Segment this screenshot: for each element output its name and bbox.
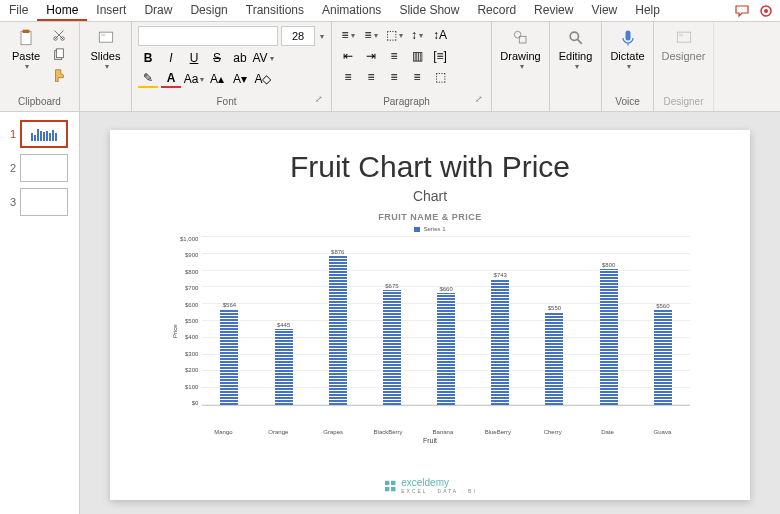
- bar-value-label: $800: [602, 262, 615, 268]
- chart-legend: Series 1: [140, 226, 720, 232]
- svg-rect-19: [391, 486, 395, 490]
- editing-button[interactable]: Editing ▾: [556, 26, 595, 73]
- font-family-input[interactable]: [138, 26, 278, 46]
- chevron-down-icon: ▾: [105, 62, 109, 71]
- menu-review[interactable]: Review: [525, 0, 582, 21]
- chevron-down-icon: ▾: [25, 62, 29, 71]
- align-right-button[interactable]: ≡: [384, 68, 404, 86]
- text-direction-button[interactable]: ↕A: [430, 26, 450, 44]
- slide-thumb-1[interactable]: 1: [4, 120, 75, 148]
- menu-file[interactable]: File: [0, 0, 37, 21]
- svg-rect-17: [391, 480, 395, 484]
- chart-bar: $445: [259, 322, 308, 405]
- format-painter-button[interactable]: [49, 66, 69, 84]
- chart-bar: $743: [476, 272, 525, 405]
- chart-bar: $550: [530, 305, 579, 406]
- underline-button[interactable]: U: [184, 49, 204, 67]
- decrease-indent-button[interactable]: ⇤: [338, 47, 358, 65]
- char-spacing-button[interactable]: AV▾: [253, 49, 273, 67]
- increase-indent-button[interactable]: ⇥: [361, 47, 381, 65]
- menu-view[interactable]: View: [582, 0, 626, 21]
- menu-help[interactable]: Help: [626, 0, 669, 21]
- svg-rect-3: [23, 30, 30, 33]
- editing-label: Editing: [559, 50, 593, 62]
- copy-button[interactable]: [49, 46, 69, 64]
- strike-button[interactable]: S: [207, 49, 227, 67]
- slide[interactable]: Fruit Chart with Price Chart FRUIT NAME …: [110, 130, 750, 500]
- dictate-label: Dictate: [610, 50, 644, 62]
- slide-canvas-area[interactable]: Fruit Chart with Price Chart FRUIT NAME …: [80, 112, 780, 514]
- menu-insert[interactable]: Insert: [87, 0, 135, 21]
- paragraph-group-label: Paragraph: [338, 94, 475, 107]
- slide-thumb-3[interactable]: 3: [4, 188, 75, 216]
- menu-home[interactable]: Home: [37, 0, 87, 21]
- increase-font-button[interactable]: A▴: [207, 70, 227, 88]
- menu-animations[interactable]: Animations: [313, 0, 390, 21]
- align-button[interactable]: ≡: [384, 47, 404, 65]
- clipboard-group-label: Clipboard: [6, 94, 73, 107]
- align-left-button[interactable]: ≡: [338, 68, 358, 86]
- x-tick-label: Cherry: [528, 429, 577, 435]
- decrease-font-button[interactable]: A▾: [230, 70, 250, 88]
- bar: [383, 290, 401, 405]
- italic-button[interactable]: I: [161, 49, 181, 67]
- designer-button[interactable]: Designer: [660, 26, 707, 64]
- bar-value-label: $445: [277, 322, 290, 328]
- smartart-button[interactable]: ⬚: [430, 68, 450, 86]
- chevron-down-icon: ▾: [520, 62, 524, 71]
- font-color-button[interactable]: A: [161, 70, 181, 88]
- y-axis: $1,000$900$800$700$600$500$400$300$200$1…: [180, 236, 202, 406]
- align-text-button[interactable]: [≡]: [430, 47, 450, 65]
- svg-point-1: [764, 9, 768, 13]
- designer-group-label: Designer: [660, 94, 707, 107]
- columns-button[interactable]: ▥: [407, 47, 427, 65]
- highlight-button[interactable]: ✎: [138, 70, 158, 88]
- svg-rect-7: [57, 49, 64, 58]
- bullets-button[interactable]: ≡▾: [338, 26, 358, 44]
- svg-point-12: [570, 32, 578, 40]
- chart-title: FRUIT NAME & PRICE: [140, 212, 720, 222]
- slides-button[interactable]: Slides ▾: [86, 26, 125, 73]
- numbering-button[interactable]: ≡▾: [361, 26, 381, 44]
- voice-group-label: Voice: [608, 94, 647, 107]
- menu-draw[interactable]: Draw: [135, 0, 181, 21]
- chevron-down-icon[interactable]: ▾: [320, 32, 324, 41]
- bar-value-label: $560: [656, 303, 669, 309]
- line-spacing-button[interactable]: ↕▾: [407, 26, 427, 44]
- shadow-button[interactable]: ab: [230, 49, 250, 67]
- chart-bar: $560: [638, 303, 687, 405]
- bar: [491, 279, 509, 405]
- align-center-button[interactable]: ≡: [361, 68, 381, 86]
- bar: [545, 312, 563, 406]
- bar: [600, 269, 618, 405]
- x-tick-label: BlueBerry: [473, 429, 522, 435]
- bar-value-label: $660: [439, 286, 452, 292]
- menu-slideshow[interactable]: Slide Show: [390, 0, 468, 21]
- chart-plot-area: $564$445$876$675$660$743$550$800$560: [202, 236, 690, 406]
- chart[interactable]: Price $1,000$900$800$700$600$500$400$300…: [140, 236, 720, 426]
- paste-button[interactable]: Paste ▾: [6, 26, 46, 73]
- paragraph-launcher-icon[interactable]: ⤢: [475, 94, 485, 107]
- change-case-button[interactable]: Aa▾: [184, 70, 204, 88]
- paste-label: Paste: [12, 50, 40, 62]
- list-level-button[interactable]: ⬚▾: [384, 26, 404, 44]
- clear-format-button[interactable]: A◇: [253, 70, 273, 88]
- thumb-number: 3: [4, 196, 16, 208]
- slide-thumb-2[interactable]: 2: [4, 154, 75, 182]
- dictate-button[interactable]: Dictate ▾: [608, 26, 647, 73]
- drawing-button[interactable]: Drawing ▾: [498, 26, 543, 73]
- font-size-input[interactable]: [281, 26, 315, 46]
- thumb-number: 1: [4, 128, 16, 140]
- font-launcher-icon[interactable]: ⤢: [315, 94, 325, 107]
- menu-record[interactable]: Record: [468, 0, 525, 21]
- justify-button[interactable]: ≡: [407, 68, 427, 86]
- bar: [275, 329, 293, 405]
- legend-label: Series 1: [423, 226, 445, 232]
- bold-button[interactable]: B: [138, 49, 158, 67]
- menu-transitions[interactable]: Transitions: [237, 0, 313, 21]
- comments-icon[interactable]: [734, 3, 750, 19]
- x-tick-label: Guava: [638, 429, 687, 435]
- cut-button[interactable]: [49, 26, 69, 44]
- record-icon[interactable]: [758, 3, 774, 19]
- menu-design[interactable]: Design: [181, 0, 236, 21]
